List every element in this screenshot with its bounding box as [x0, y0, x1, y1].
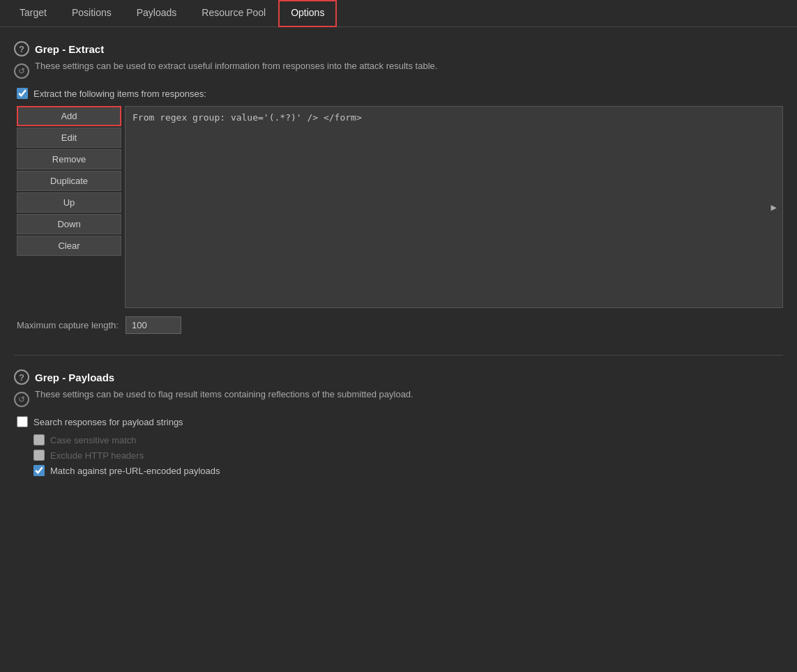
- remove-button[interactable]: Remove: [17, 149, 121, 169]
- case-sensitive-checkbox[interactable]: [33, 434, 45, 445]
- search-checkbox-label: Search responses for payload strings: [33, 417, 183, 427]
- tab-positions[interactable]: Positions: [59, 0, 124, 26]
- exclude-headers-checkbox[interactable]: [33, 450, 45, 461]
- grep-payloads-section: ? Grep - Payloads ↺ These settings can b…: [14, 369, 783, 476]
- tab-target[interactable]: Target: [7, 0, 59, 26]
- extract-area: Add Edit Remove Duplicate Up Down Clear …: [17, 106, 783, 308]
- extract-checkbox-row: Extract the following items from respons…: [17, 88, 783, 99]
- down-button[interactable]: Down: [17, 214, 121, 234]
- help-icon-payloads: ?: [14, 369, 29, 385]
- pre-url-checkbox[interactable]: [33, 465, 45, 476]
- grep-payloads-header: ? Grep - Payloads: [14, 369, 783, 385]
- action-buttons: Add Edit Remove Duplicate Up Down Clear: [17, 106, 125, 308]
- edit-button[interactable]: Edit: [17, 128, 121, 148]
- grep-extract-title: Grep - Extract: [35, 43, 104, 55]
- extract-checkbox[interactable]: [17, 88, 28, 99]
- tab-bar: Target Positions Payloads Resource Pool …: [0, 0, 797, 27]
- nested-checkboxes: Case sensitive match Exclude HTTP header…: [31, 434, 783, 476]
- section-divider: [14, 355, 783, 356]
- clear-button[interactable]: Clear: [17, 236, 121, 256]
- regex-panel: From regex group: value='(.*?)' /> </for…: [125, 106, 783, 308]
- tab-options[interactable]: Options: [278, 0, 337, 27]
- capture-input[interactable]: [126, 316, 181, 334]
- refresh-icon-payloads: ↺: [14, 392, 29, 407]
- grep-extract-section: ? Grep - Extract ↺ These settings can be…: [14, 41, 783, 334]
- case-sensitive-label: Case sensitive match: [50, 435, 137, 445]
- search-checkbox-row: Search responses for payload strings: [17, 416, 783, 427]
- help-icon: ?: [14, 41, 29, 56]
- add-button[interactable]: Add: [17, 106, 121, 126]
- grep-extract-desc: These settings can be used to extract us…: [35, 61, 437, 71]
- tab-payloads[interactable]: Payloads: [124, 0, 190, 26]
- pre-url-row: Match against pre-URL-encoded payloads: [33, 465, 783, 476]
- exclude-headers-label: Exclude HTTP headers: [50, 450, 144, 461]
- case-sensitive-row: Case sensitive match: [33, 434, 783, 445]
- capture-row: Maximum capture length:: [17, 316, 783, 334]
- tab-resource-pool[interactable]: Resource Pool: [189, 0, 278, 26]
- refresh-icon: ↺: [14, 63, 29, 79]
- regex-text: From regex group: value='(.*?)' /> </for…: [132, 112, 362, 123]
- expand-arrow-icon: ▶: [771, 201, 777, 213]
- search-checkbox[interactable]: [17, 416, 28, 427]
- pre-url-label: Match against pre-URL-encoded payloads: [50, 466, 220, 476]
- grep-payloads-title: Grep - Payloads: [35, 372, 114, 383]
- up-button[interactable]: Up: [17, 192, 121, 213]
- grep-payloads-desc: These settings can be used to flag resul…: [35, 389, 413, 399]
- main-content: ? Grep - Extract ↺ These settings can be…: [0, 27, 797, 511]
- capture-label: Maximum capture length:: [17, 320, 119, 330]
- extract-checkbox-label: Extract the following items from respons…: [33, 89, 206, 99]
- grep-extract-header: ? Grep - Extract: [14, 41, 783, 56]
- duplicate-button[interactable]: Duplicate: [17, 171, 121, 191]
- exclude-headers-row: Exclude HTTP headers: [33, 450, 783, 461]
